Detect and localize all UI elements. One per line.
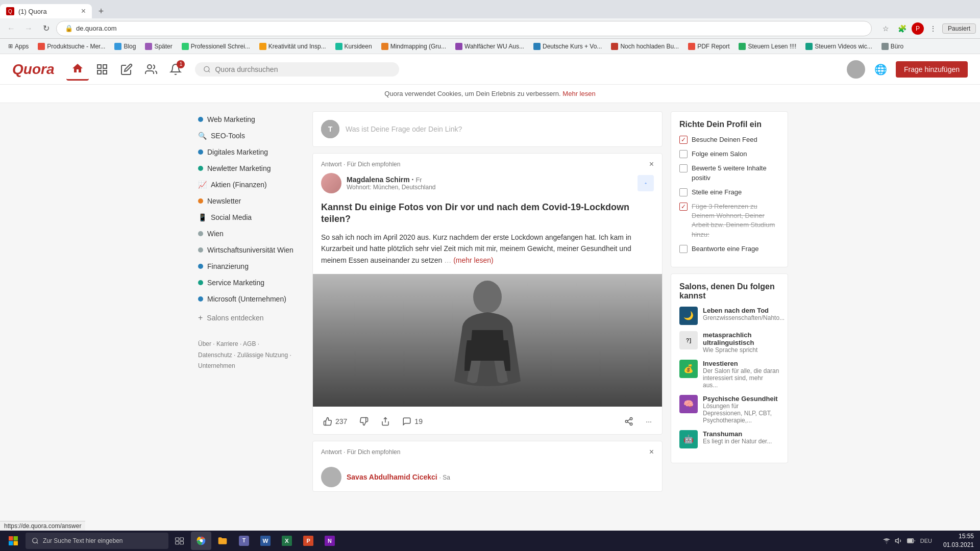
- follow-author-button[interactable]: +: [638, 175, 654, 191]
- second-author-avatar[interactable]: [321, 467, 341, 487]
- bookmark-11[interactable]: PDF Report: [684, 42, 733, 51]
- bookmark-5[interactable]: Kreativität und Insp...: [255, 42, 330, 51]
- user-avatar[interactable]: [847, 60, 865, 79]
- taskbar-taskview[interactable]: [169, 532, 190, 550]
- downvote-button[interactable]: [357, 415, 371, 428]
- salon-name-0[interactable]: Leben nach dem Tod: [703, 307, 785, 314]
- taskbar-clock[interactable]: 15:55 01.03.2021: [939, 532, 978, 549]
- forward-button[interactable]: →: [21, 21, 36, 36]
- taskbar-excel[interactable]: X: [277, 532, 297, 550]
- bookmark-1[interactable]: Produktsuche - Mer...: [34, 42, 109, 51]
- bookmark-8[interactable]: Wahlfächer WU Aus...: [451, 42, 528, 51]
- second-author-name[interactable]: Savas Abdulhamid Cicekci: [347, 473, 437, 481]
- tray-sound-icon[interactable]: [894, 536, 904, 546]
- bookmark-apps[interactable]: ⊞ Apps: [4, 42, 33, 51]
- address-input[interactable]: 🔒 de.quora.com: [56, 21, 872, 36]
- author-avatar[interactable]: [321, 173, 341, 193]
- bookmark-2[interactable]: Blog: [110, 42, 140, 51]
- sidebar-discover-salons[interactable]: + Salons entdecken: [192, 309, 304, 327]
- salon-name-4[interactable]: Transhuman: [703, 430, 779, 438]
- taskbar-powerpoint[interactable]: P: [298, 532, 318, 550]
- nav-home[interactable]: [66, 58, 89, 81]
- extensions-icon[interactable]: 🧩: [895, 21, 910, 36]
- checklist-box-2[interactable]: [679, 164, 688, 172]
- sidebar-item-newsletter[interactable]: Newsletter: [192, 193, 304, 209]
- footer-agb-link[interactable]: AGB: [243, 340, 256, 347]
- salon-name-2[interactable]: Investieren: [703, 360, 779, 367]
- language-icon[interactable]: 🌐: [871, 60, 890, 79]
- sidebar-item-microsoft[interactable]: Microsoft (Unternehmen): [192, 291, 304, 307]
- bookmark-14[interactable]: Büro: [877, 42, 908, 51]
- sidebar-item-newletter-marketing[interactable]: Newletter Marketing: [192, 160, 304, 177]
- answer-card-2-close[interactable]: ×: [649, 447, 654, 457]
- checklist-box-0[interactable]: ✓: [679, 136, 688, 144]
- sidebar-item-seo-tools[interactable]: 🔍 SEO-Tools: [192, 128, 304, 144]
- bookmark-12[interactable]: Steuern Lesen !!!!: [734, 42, 800, 51]
- checklist-box-4[interactable]: ✓: [679, 203, 688, 211]
- share-button[interactable]: [379, 415, 392, 428]
- read-more-link[interactable]: (mehr lesen): [453, 256, 494, 264]
- bookmark-3[interactable]: Später: [141, 42, 176, 51]
- write-question-box[interactable]: T Was ist Deine Frage oder Dein Link?: [312, 111, 663, 147]
- taskbar-word[interactable]: W: [255, 532, 276, 550]
- new-tab-button[interactable]: +: [94, 4, 108, 18]
- bookmark-10[interactable]: Noch hochladen Bu...: [607, 42, 683, 51]
- active-tab[interactable]: Q (1) Quora ×: [0, 4, 92, 18]
- footer-datenschutz-link[interactable]: Datenschutz: [198, 352, 232, 359]
- bookmark-6[interactable]: Kursideen: [331, 42, 376, 51]
- profile-icon[interactable]: P: [912, 22, 924, 35]
- sidebar-item-aktien[interactable]: 📈 Aktien (Finanzen): [192, 177, 304, 193]
- footer-zulaessige-link[interactable]: Zulässige Nutzung: [237, 352, 288, 359]
- checklist-box-1[interactable]: [679, 150, 688, 158]
- write-question-placeholder[interactable]: Was ist Deine Frage oder Dein Link?: [346, 125, 654, 133]
- browser-menu-icon[interactable]: ⋮: [926, 21, 940, 36]
- taskbar-teams[interactable]: T: [234, 532, 254, 550]
- sidebar-item-finanzierung[interactable]: Finanzierung: [192, 258, 304, 274]
- sidebar-item-web-marketing[interactable]: Web Marketing: [192, 111, 304, 128]
- cookie-read-more-link[interactable]: Mehr lesen: [562, 90, 595, 97]
- taskbar-search[interactable]: Zur Suche Text hier eingeben: [26, 533, 168, 549]
- sidebar-item-service-marketing[interactable]: Service Marketing: [192, 274, 304, 291]
- comment-button[interactable]: 19: [400, 415, 425, 428]
- taskbar-onenote[interactable]: N: [320, 532, 340, 550]
- add-question-button[interactable]: Frage hinzufügen: [896, 61, 968, 78]
- tray-network-icon[interactable]: [881, 536, 892, 546]
- sidebar-item-wien[interactable]: Wien: [192, 226, 304, 242]
- nav-feed[interactable]: [91, 58, 113, 81]
- author-name[interactable]: Magdalena Schirm · Fr: [347, 176, 632, 184]
- external-share-button[interactable]: [622, 415, 635, 428]
- answer-question[interactable]: Kannst Du einige Fotos von Dir vor und n…: [313, 197, 662, 230]
- reload-button[interactable]: ↻: [39, 21, 53, 36]
- checklist-box-5[interactable]: [679, 245, 688, 253]
- footer-karriere-link[interactable]: Karriere: [216, 340, 238, 347]
- salon-name-3[interactable]: Psychische Gesundheit: [703, 395, 779, 403]
- salon-name-1[interactable]: metasprachlich ultralinguistisch: [703, 331, 779, 346]
- taskbar-file-explorer[interactable]: [212, 532, 233, 550]
- tray-battery-icon[interactable]: [906, 536, 916, 546]
- bookmark-4[interactable]: Professionell Schrei...: [178, 42, 254, 51]
- bookmark-9[interactable]: Deutsche Kurs + Vo...: [529, 42, 606, 51]
- bookmark-star-icon[interactable]: ☆: [879, 21, 893, 36]
- quora-logo[interactable]: Quora: [12, 61, 54, 78]
- nav-groups[interactable]: [140, 58, 162, 81]
- footer-uber-link[interactable]: Über: [198, 340, 211, 347]
- nav-notifications[interactable]: 1: [164, 58, 187, 81]
- upvote-button[interactable]: 237: [321, 415, 349, 428]
- sidebar-item-social-media[interactable]: 📱 Social Media: [192, 209, 304, 226]
- footer-unternehmen-link[interactable]: Unternehmen: [198, 362, 235, 369]
- answer-close-button[interactable]: ×: [649, 160, 654, 169]
- sidebar-item-wu-wien[interactable]: Wirtschaftsuniversität Wien: [192, 242, 304, 258]
- search-bar[interactable]: [195, 62, 399, 77]
- start-button[interactable]: [2, 532, 24, 550]
- nav-edit[interactable]: [115, 58, 138, 81]
- pause-button[interactable]: Pausiert: [942, 23, 976, 34]
- checklist-box-3[interactable]: [679, 188, 688, 196]
- search-input[interactable]: [215, 65, 391, 73]
- taskbar-chrome[interactable]: [191, 532, 211, 550]
- more-options-button[interactable]: ···: [644, 415, 654, 428]
- sidebar-item-digitales-marketing[interactable]: Digitales Marketing: [192, 144, 304, 160]
- tab-close-button[interactable]: ×: [81, 7, 86, 16]
- back-button[interactable]: ←: [4, 21, 18, 36]
- bookmark-7[interactable]: Mindmapping (Gru...: [377, 42, 450, 51]
- bookmark-13[interactable]: Steuern Videos wic...: [801, 42, 876, 51]
